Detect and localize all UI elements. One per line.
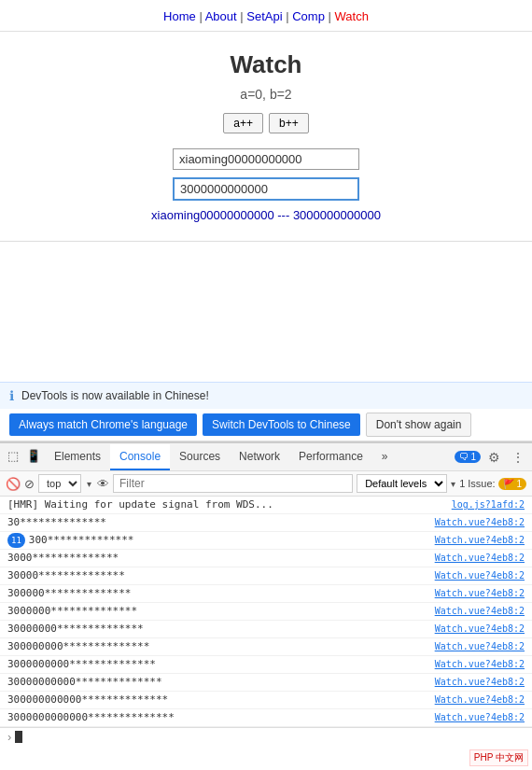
b-increment-button[interactable]: b++ <box>269 113 309 133</box>
log-text: 3000000************** <box>7 604 427 619</box>
block-icon[interactable]: ⊘ <box>24 477 35 491</box>
log-source[interactable]: Watch.vue?4eb8:2 <box>435 675 525 690</box>
nav-watch[interactable]: Watch <box>335 9 369 23</box>
log-text: 3000000000************** <box>7 657 427 672</box>
page-title: Watch <box>0 50 532 79</box>
log-text: 3000000000000************** <box>7 710 427 725</box>
issue-count-badge: 🚩 1 <box>498 478 526 490</box>
clear-console-icon[interactable]: 🚫 <box>6 477 21 491</box>
dismiss-button[interactable]: Don't show again <box>366 413 472 437</box>
log-source[interactable]: Watch.vue?4eb8:2 <box>435 568 525 583</box>
issue-badge: 1 Issue: 🚩 1 <box>459 478 526 490</box>
log-source[interactable]: log.js?1afd:2 <box>452 497 525 512</box>
log-entry: 30000000**************Watch.vue?4eb8:2 <box>0 621 532 638</box>
log-source[interactable]: Watch.vue?4eb8:2 <box>435 693 525 707</box>
nav-comp[interactable]: Comp <box>292 9 325 23</box>
log-text: 30************** <box>7 515 427 530</box>
devtools-actions: Always match Chrome's language Switch De… <box>0 409 532 441</box>
log-text: 300000************** <box>7 586 427 601</box>
selector-arrow: ▾ <box>87 479 91 489</box>
log-text: 11300************** <box>7 533 427 548</box>
log-text: 3000************** <box>7 551 427 566</box>
empty-space <box>0 251 532 382</box>
log-source[interactable]: Watch.vue?4eb8:2 <box>435 586 525 601</box>
log-repeat-badge: 11 <box>7 533 25 548</box>
devtools-panel: ⬚ 📱 Elements Console Sources Network Per… <box>0 441 532 746</box>
sub-title: a=0, b=2 <box>0 87 532 102</box>
context-selector[interactable]: top <box>38 474 81 493</box>
nav-home[interactable]: Home <box>163 9 196 23</box>
log-source[interactable]: Watch.vue?4eb8:2 <box>435 657 525 672</box>
more-icon[interactable]: ⋮ <box>508 448 528 467</box>
log-source[interactable]: Watch.vue?4eb8:2 <box>435 515 525 530</box>
console-log: [HMR] Waiting for update signal from WDS… <box>0 497 532 727</box>
log-source[interactable]: Watch.vue?4eb8:2 <box>435 533 525 548</box>
log-text: 300000000************** <box>7 639 427 654</box>
result-text: xiaoming00000000000 --- 3000000000000 <box>0 208 532 222</box>
log-entry: 3000000000000**************Watch.vue?4eb… <box>0 709 532 727</box>
log-entry: [HMR] Waiting for update signal from WDS… <box>0 497 532 514</box>
settings-icon[interactable]: ⚙ <box>484 448 504 467</box>
content-divider <box>0 241 532 242</box>
info-icon: ℹ <box>9 388 14 403</box>
devtools-device-icon[interactable]: 📱 <box>22 443 45 470</box>
filter-input[interactable] <box>113 474 353 493</box>
log-source[interactable]: Watch.vue?4eb8:2 <box>435 622 525 637</box>
log-text: 30000000************** <box>7 622 427 637</box>
match-language-button[interactable]: Always match Chrome's language <box>9 413 197 436</box>
log-entry: 3000**************Watch.vue?4eb8:2 <box>0 550 532 567</box>
console-toolbar: 🚫 ⊘ top ▾ 👁 Default levels ▾ 1 Issue: 🚩 … <box>0 471 532 497</box>
nav-bar: Home | About | SetApi | Comp | Watch <box>0 0 532 32</box>
tab-console[interactable]: Console <box>110 444 170 470</box>
switch-devtools-button[interactable]: Switch DevTools to Chinese <box>203 413 360 436</box>
level-arrow: ▾ <box>451 479 455 489</box>
log-entry: 3000000**************Watch.vue?4eb8:2 <box>0 603 532 621</box>
nav-setapi[interactable]: SetApi <box>246 9 282 23</box>
console-cursor <box>15 731 22 743</box>
name-input[interactable] <box>173 148 359 170</box>
log-entry: 300000**************Watch.vue?4eb8:2 <box>0 585 532 603</box>
tab-performance[interactable]: Performance <box>289 444 372 470</box>
log-text: [HMR] Waiting for update signal from WDS… <box>7 497 444 512</box>
log-source[interactable]: Watch.vue?4eb8:2 <box>435 639 525 654</box>
message-badge: 🗨 1 <box>455 451 481 463</box>
issue-text: 1 Issue: <box>459 478 496 489</box>
log-entry: 30000000000**************Watch.vue?4eb8:… <box>0 674 532 692</box>
tab-elements[interactable]: Elements <box>45 444 110 470</box>
log-text: 30000000000************** <box>7 675 427 690</box>
log-entry: 300000000000**************Watch.vue?4eb8… <box>0 692 532 709</box>
console-prompt: › <box>7 730 11 744</box>
tab-network[interactable]: Network <box>230 444 289 470</box>
level-selector[interactable]: Default levels <box>357 474 447 493</box>
nav-about[interactable]: About <box>205 9 237 23</box>
devtools-notification: ℹ DevTools is now available in Chinese! <box>0 382 532 409</box>
devtools-tabs: ⬚ 📱 Elements Console Sources Network Per… <box>0 443 532 471</box>
tab-icons: 🗨 1 ⚙ ⋮ <box>455 448 528 467</box>
log-source[interactable]: Watch.vue?4eb8:2 <box>435 604 525 619</box>
button-row: a++ b++ <box>0 113 532 133</box>
log-entry: 30000**************Watch.vue?4eb8:2 <box>0 567 532 585</box>
notification-text: DevTools is now available in Chinese! <box>21 389 209 402</box>
log-entry: 11300**************Watch.vue?4eb8:2 <box>0 532 532 550</box>
log-text: 30000************** <box>7 568 427 583</box>
eye-icon[interactable]: 👁 <box>97 477 109 491</box>
php-watermark: PHP 中文网 <box>469 749 528 766</box>
log-text: 300000000000************** <box>7 693 427 707</box>
log-entry: 3000000000**************Watch.vue?4eb8:2 <box>0 656 532 674</box>
log-source[interactable]: Watch.vue?4eb8:2 <box>435 551 525 566</box>
log-entry: 30**************Watch.vue?4eb8:2 <box>0 514 532 532</box>
devtools-inspect-icon[interactable]: ⬚ <box>4 443 22 470</box>
tab-sources[interactable]: Sources <box>170 444 230 470</box>
main-content: Watch a=0, b=2 a++ b++ xiaoming000000000… <box>0 32 532 231</box>
a-increment-button[interactable]: a++ <box>223 113 263 133</box>
tab-more[interactable]: » <box>372 444 398 470</box>
console-input-row: › <box>0 727 532 746</box>
log-source[interactable]: Watch.vue?4eb8:2 <box>435 710 525 725</box>
log-entry: 300000000**************Watch.vue?4eb8:2 <box>0 638 532 656</box>
number-input[interactable] <box>173 177 359 201</box>
